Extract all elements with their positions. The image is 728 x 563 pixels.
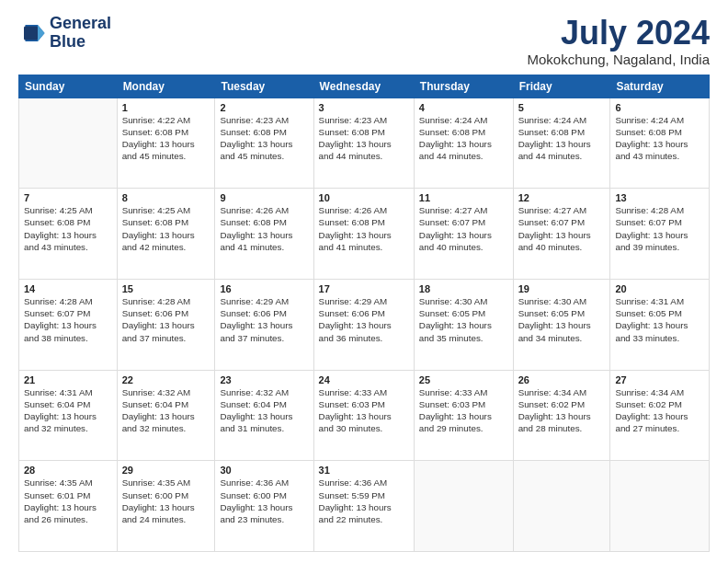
table-row: 9Sunrise: 4:26 AM Sunset: 6:08 PM Daylig… xyxy=(215,189,313,280)
table-row: 26Sunrise: 4:34 AM Sunset: 6:02 PM Dayli… xyxy=(513,370,610,461)
calendar-table: Sunday Monday Tuesday Wednesday Thursday… xyxy=(18,75,710,552)
svg-rect-2 xyxy=(24,26,38,40)
page: General Blue July 2024 Mokokchung, Nagal… xyxy=(0,0,728,563)
table-row: 21Sunrise: 4:31 AM Sunset: 6:04 PM Dayli… xyxy=(19,370,118,461)
table-row: 20Sunrise: 4:31 AM Sunset: 6:05 PM Dayli… xyxy=(610,279,710,370)
table-row: 3Sunrise: 4:23 AM Sunset: 6:08 PM Daylig… xyxy=(313,98,414,189)
day-number: 10 xyxy=(319,192,409,203)
title-month: July 2024 xyxy=(528,15,710,52)
col-wednesday: Wednesday xyxy=(313,75,414,98)
table-row: 19Sunrise: 4:30 AM Sunset: 6:05 PM Dayli… xyxy=(513,279,610,370)
table-row: 10Sunrise: 4:26 AM Sunset: 6:08 PM Dayli… xyxy=(313,189,414,280)
day-number: 6 xyxy=(615,102,704,113)
day-number: 3 xyxy=(319,102,409,113)
day-info: Sunrise: 4:35 AM Sunset: 6:01 PM Dayligh… xyxy=(24,477,112,525)
day-number: 25 xyxy=(419,374,508,385)
calendar-week-row: 14Sunrise: 4:28 AM Sunset: 6:07 PM Dayli… xyxy=(19,279,710,370)
day-number: 22 xyxy=(122,374,210,385)
day-number: 4 xyxy=(419,102,508,113)
day-number: 8 xyxy=(122,192,210,203)
day-number: 26 xyxy=(518,374,606,385)
col-saturday: Saturday xyxy=(610,75,710,98)
day-info: Sunrise: 4:32 AM Sunset: 6:04 PM Dayligh… xyxy=(220,386,308,435)
table-row: 24Sunrise: 4:33 AM Sunset: 6:03 PM Dayli… xyxy=(313,370,414,461)
day-info: Sunrise: 4:34 AM Sunset: 6:02 PM Dayligh… xyxy=(615,386,704,435)
logo-icon xyxy=(18,19,46,47)
day-info: Sunrise: 4:23 AM Sunset: 6:08 PM Dayligh… xyxy=(220,114,308,163)
day-info: Sunrise: 4:36 AM Sunset: 6:00 PM Dayligh… xyxy=(220,477,308,525)
table-row xyxy=(513,461,610,552)
calendar-week-row: 21Sunrise: 4:31 AM Sunset: 6:04 PM Dayli… xyxy=(19,370,710,461)
table-row xyxy=(414,461,513,552)
day-info: Sunrise: 4:31 AM Sunset: 6:05 PM Dayligh… xyxy=(615,295,704,344)
title-location: Mokokchung, Nagaland, India xyxy=(528,52,710,67)
day-info: Sunrise: 4:35 AM Sunset: 6:00 PM Dayligh… xyxy=(122,477,210,525)
table-row: 5Sunrise: 4:24 AM Sunset: 6:08 PM Daylig… xyxy=(513,98,610,189)
day-number: 23 xyxy=(220,374,308,385)
day-number: 11 xyxy=(419,192,508,203)
day-info: Sunrise: 4:36 AM Sunset: 5:59 PM Dayligh… xyxy=(319,477,409,525)
logo-text: General Blue xyxy=(50,15,111,52)
day-info: Sunrise: 4:28 AM Sunset: 6:06 PM Dayligh… xyxy=(122,295,210,344)
table-row: 11Sunrise: 4:27 AM Sunset: 6:07 PM Dayli… xyxy=(414,189,513,280)
day-number: 14 xyxy=(24,283,112,294)
calendar-week-row: 1Sunrise: 4:22 AM Sunset: 6:08 PM Daylig… xyxy=(19,98,710,189)
table-row: 22Sunrise: 4:32 AM Sunset: 6:04 PM Dayli… xyxy=(117,370,215,461)
day-number: 13 xyxy=(615,192,704,203)
day-number: 18 xyxy=(419,283,508,294)
table-row xyxy=(19,98,118,189)
day-info: Sunrise: 4:23 AM Sunset: 6:08 PM Dayligh… xyxy=(319,114,409,163)
col-thursday: Thursday xyxy=(414,75,513,98)
table-row: 14Sunrise: 4:28 AM Sunset: 6:07 PM Dayli… xyxy=(19,279,118,370)
day-number: 5 xyxy=(518,102,606,113)
logo: General Blue xyxy=(18,15,111,52)
table-row: 8Sunrise: 4:25 AM Sunset: 6:08 PM Daylig… xyxy=(117,189,215,280)
day-info: Sunrise: 4:33 AM Sunset: 6:03 PM Dayligh… xyxy=(319,386,409,435)
header: General Blue July 2024 Mokokchung, Nagal… xyxy=(18,15,710,67)
day-info: Sunrise: 4:27 AM Sunset: 6:07 PM Dayligh… xyxy=(419,204,508,253)
calendar-week-row: 28Sunrise: 4:35 AM Sunset: 6:01 PM Dayli… xyxy=(19,461,710,552)
day-info: Sunrise: 4:28 AM Sunset: 6:07 PM Dayligh… xyxy=(24,295,112,344)
table-row: 2Sunrise: 4:23 AM Sunset: 6:08 PM Daylig… xyxy=(215,98,313,189)
title-block: July 2024 Mokokchung, Nagaland, India xyxy=(528,15,710,67)
table-row: 4Sunrise: 4:24 AM Sunset: 6:08 PM Daylig… xyxy=(414,98,513,189)
day-number: 21 xyxy=(24,374,112,385)
day-number: 15 xyxy=(122,283,210,294)
day-number: 31 xyxy=(319,465,409,476)
day-number: 30 xyxy=(220,465,308,476)
day-info: Sunrise: 4:26 AM Sunset: 6:08 PM Dayligh… xyxy=(220,204,308,253)
table-row: 17Sunrise: 4:29 AM Sunset: 6:06 PM Dayli… xyxy=(313,279,414,370)
day-info: Sunrise: 4:34 AM Sunset: 6:02 PM Dayligh… xyxy=(518,386,606,435)
day-number: 24 xyxy=(319,374,409,385)
col-tuesday: Tuesday xyxy=(215,75,313,98)
day-info: Sunrise: 4:31 AM Sunset: 6:04 PM Dayligh… xyxy=(24,386,112,435)
table-row: 16Sunrise: 4:29 AM Sunset: 6:06 PM Dayli… xyxy=(215,279,313,370)
day-number: 20 xyxy=(615,283,704,294)
table-row: 31Sunrise: 4:36 AM Sunset: 5:59 PM Dayli… xyxy=(313,461,414,552)
day-info: Sunrise: 4:27 AM Sunset: 6:07 PM Dayligh… xyxy=(518,204,606,253)
col-friday: Friday xyxy=(513,75,610,98)
day-number: 29 xyxy=(122,465,210,476)
day-number: 16 xyxy=(220,283,308,294)
table-row: 28Sunrise: 4:35 AM Sunset: 6:01 PM Dayli… xyxy=(19,461,118,552)
day-info: Sunrise: 4:28 AM Sunset: 6:07 PM Dayligh… xyxy=(615,204,704,253)
day-number: 28 xyxy=(24,465,112,476)
day-number: 7 xyxy=(24,192,112,203)
table-row: 15Sunrise: 4:28 AM Sunset: 6:06 PM Dayli… xyxy=(117,279,215,370)
day-info: Sunrise: 4:25 AM Sunset: 6:08 PM Dayligh… xyxy=(24,204,112,253)
table-row: 27Sunrise: 4:34 AM Sunset: 6:02 PM Dayli… xyxy=(610,370,710,461)
table-row: 13Sunrise: 4:28 AM Sunset: 6:07 PM Dayli… xyxy=(610,189,710,280)
day-info: Sunrise: 4:29 AM Sunset: 6:06 PM Dayligh… xyxy=(220,295,308,344)
table-row: 18Sunrise: 4:30 AM Sunset: 6:05 PM Dayli… xyxy=(414,279,513,370)
day-info: Sunrise: 4:32 AM Sunset: 6:04 PM Dayligh… xyxy=(122,386,210,435)
table-row: 23Sunrise: 4:32 AM Sunset: 6:04 PM Dayli… xyxy=(215,370,313,461)
table-row: 30Sunrise: 4:36 AM Sunset: 6:00 PM Dayli… xyxy=(215,461,313,552)
day-number: 17 xyxy=(319,283,409,294)
table-row: 6Sunrise: 4:24 AM Sunset: 6:08 PM Daylig… xyxy=(610,98,710,189)
table-row: 1Sunrise: 4:22 AM Sunset: 6:08 PM Daylig… xyxy=(117,98,215,189)
day-number: 19 xyxy=(518,283,606,294)
table-row: 29Sunrise: 4:35 AM Sunset: 6:00 PM Dayli… xyxy=(117,461,215,552)
table-row xyxy=(610,461,710,552)
day-number: 9 xyxy=(220,192,308,203)
day-info: Sunrise: 4:29 AM Sunset: 6:06 PM Dayligh… xyxy=(319,295,409,344)
